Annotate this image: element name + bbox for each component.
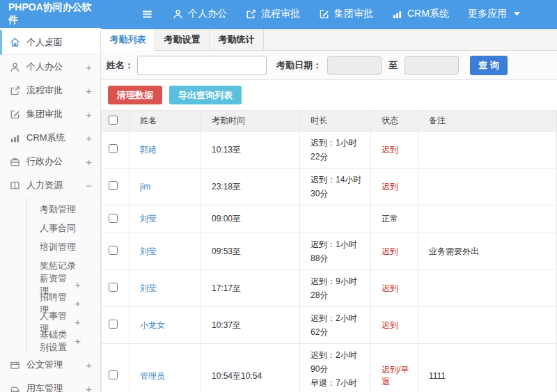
remark-cell: [418, 270, 557, 307]
sidebar-item[interactable]: 人力资源−: [0, 173, 100, 197]
row-checkbox[interactable]: [109, 246, 118, 255]
sidebar-item[interactable]: 个人办公+: [0, 55, 100, 79]
name-input[interactable]: [137, 56, 267, 75]
nav-item[interactable]: 集团审批: [319, 8, 373, 20]
sidebar-subitem[interactable]: 培训管理: [27, 237, 100, 256]
expand-toggle-icon[interactable]: +: [86, 61, 92, 73]
nav-item[interactable]: CRM系统: [392, 8, 449, 20]
sidebar-item[interactable]: 用车管理+: [0, 377, 100, 392]
column-header: 时长: [300, 111, 371, 132]
document-icon: [10, 360, 20, 370]
attendance-time-cell: 17:17至: [201, 270, 300, 307]
edit-icon: [10, 109, 20, 120]
nav-item[interactable]: 流程审批: [246, 8, 300, 20]
employee-name-link[interactable]: jim: [140, 182, 150, 191]
row-checkbox[interactable]: [109, 181, 118, 190]
row-checkbox[interactable]: [109, 320, 118, 329]
duration-cell: 迟到：2小时62分: [300, 307, 371, 344]
employee-name-link[interactable]: 管理员: [140, 371, 165, 381]
tab[interactable]: 考勤设置: [155, 29, 210, 50]
expand-toggle-icon[interactable]: −: [86, 180, 92, 191]
user-icon: [10, 62, 20, 72]
expand-toggle-icon[interactable]: +: [86, 156, 92, 168]
expand-toggle-icon[interactable]: +: [74, 297, 81, 309]
expand-toggle-icon[interactable]: +: [86, 85, 92, 97]
expand-toggle-icon[interactable]: +: [74, 316, 81, 328]
query-button[interactable]: 查 询: [470, 56, 508, 75]
date-to-input[interactable]: [405, 56, 459, 75]
tab[interactable]: 考勤列表: [101, 29, 155, 51]
name-label: 姓名：: [107, 59, 134, 72]
expand-toggle-icon[interactable]: +: [74, 335, 81, 347]
sidebar-item[interactable]: 个人桌面: [0, 30, 100, 55]
duration-cell: 迟到：2小时90分 早退：7小时10分: [300, 344, 371, 392]
employee-name-link[interactable]: 刘莹: [140, 214, 157, 224]
header-nav: 个人办公流程审批集团审批CRM系统更多应用: [173, 8, 520, 20]
duration-cell: [300, 205, 371, 233]
sidebar-item[interactable]: 流程审批+: [0, 79, 100, 102]
to-label: 至: [389, 59, 398, 72]
expand-toggle-icon[interactable]: +: [74, 279, 81, 290]
select-all-checkbox[interactable]: [109, 116, 118, 125]
status-cell: 迟到: [371, 132, 418, 168]
employee-name-link[interactable]: 郭靖: [140, 145, 157, 155]
sidebar-subitem[interactable]: 人事合同: [27, 219, 100, 237]
row-checkbox[interactable]: [109, 370, 118, 379]
status-badge: 迟到/早退: [382, 365, 409, 386]
remark-cell: [418, 307, 557, 344]
top-header: PHPOA协同办公软件 个人办公流程审批集团审批CRM系统更多应用: [0, 0, 557, 28]
export-list-button[interactable]: 导出查询列表: [169, 86, 242, 104]
sidebar-item[interactable]: 集团审批+: [0, 102, 100, 126]
tab-bar: 考勤列表考勤设置考勤统计: [101, 28, 557, 51]
row-checkbox[interactable]: [109, 144, 118, 153]
column-header: 备注: [418, 111, 557, 132]
sidebar: 个人桌面个人办公+流程审批+集团审批+CRM系统+行政办公+人力资源−考勤管理人…: [0, 28, 101, 392]
sidebar-subitem[interactable]: 基础类别设置+: [27, 331, 100, 350]
expand-toggle-icon[interactable]: +: [86, 359, 92, 371]
edit-icon: [319, 9, 329, 19]
duration-cell: 迟到：1小时88分: [300, 233, 371, 270]
sidebar-item[interactable]: 公文管理+: [0, 353, 100, 377]
attendance-time-cell: 09:00至: [201, 205, 300, 233]
tab[interactable]: 考勤统计: [210, 29, 264, 50]
nav-item[interactable]: 个人办公: [173, 8, 227, 20]
attendance-time-cell: 10:37至: [201, 307, 300, 344]
sidebar-item-label: CRM系统: [26, 132, 86, 144]
remark-cell: 业务需要外出: [418, 233, 557, 270]
sidebar-subitem[interactable]: 考勤管理: [27, 200, 100, 219]
column-header: 姓名: [130, 111, 201, 132]
sidebar-item[interactable]: 行政办公+: [0, 150, 100, 173]
date-from-input[interactable]: [327, 56, 382, 75]
employee-name-link[interactable]: 小龙女: [140, 320, 165, 330]
sidebar-item-label: 行政办公: [26, 155, 86, 168]
car-icon: [10, 384, 20, 392]
sidebar-subitem-label: 基础类别设置: [40, 329, 74, 354]
sidebar-item[interactable]: CRM系统+: [0, 126, 100, 150]
status-cell: 迟到/早退: [371, 344, 418, 392]
nav-item-label: 个人办公: [188, 8, 227, 20]
book-icon: [10, 180, 20, 191]
home-icon: [10, 37, 20, 47]
table-row: 刘莹09:53至迟到：1小时88分迟到业务需要外出: [102, 233, 557, 270]
status-cell: 正常: [371, 205, 418, 233]
table-header-row: 姓名考勤时间时长状态备注: [102, 111, 557, 132]
row-checkbox[interactable]: [109, 214, 118, 223]
menu-icon[interactable]: [141, 8, 153, 20]
column-header: 考勤时间: [201, 111, 300, 132]
attendance-time-cell: 10:54至10:54: [201, 344, 300, 392]
expand-toggle-icon[interactable]: +: [86, 383, 92, 392]
nav-item-label: CRM系统: [407, 8, 449, 20]
expand-toggle-icon[interactable]: +: [86, 109, 92, 120]
row-checkbox[interactable]: [109, 283, 118, 292]
sidebar-item-label: 个人桌面: [26, 36, 92, 49]
clean-data-button[interactable]: 清理数据: [108, 86, 162, 104]
nav-item[interactable]: 更多应用: [468, 8, 520, 20]
employee-name-link[interactable]: 刘莹: [140, 283, 157, 293]
sidebar-item-label: 集团审批: [26, 108, 86, 120]
expand-toggle-icon[interactable]: +: [86, 132, 92, 144]
employee-name-link[interactable]: 刘莹: [140, 246, 157, 256]
sidebar-subitem-label: 人事合同: [40, 222, 76, 235]
table-row: 刘莹09:00至正常: [102, 205, 557, 233]
briefcase-icon: [10, 157, 20, 167]
sidebar-item-label: 用车管理: [26, 382, 86, 392]
